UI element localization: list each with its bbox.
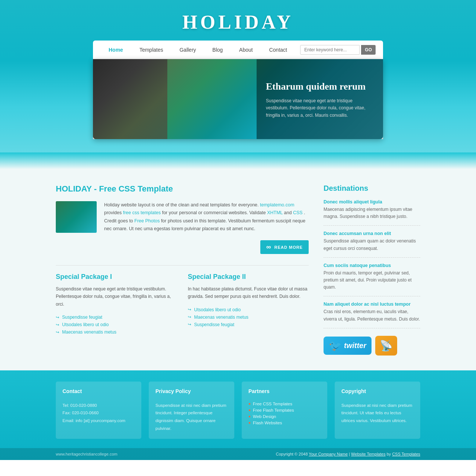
about-link-photos[interactable]: Free Photos (134, 218, 160, 223)
footer-copyright-pre: Copyright © 2048 (276, 452, 309, 456)
about-text-2: provides (104, 210, 123, 215)
twitter-label: twitter (344, 341, 366, 350)
nav-bar: Home Templates Gallery Blog About Contac… (93, 41, 383, 59)
dest-item-3: Cum sociis natoque penatibus Proin dui m… (324, 263, 420, 297)
partner-item-1: Free CSS Templates (248, 402, 321, 406)
nav-blog[interactable]: Blog (204, 42, 231, 58)
hero-banner: Etharum quidem rerum Suspendisse vitae n… (93, 59, 383, 139)
read-more-icon: ∞ (266, 243, 271, 251)
footer-col-partners: Partners Free CSS Templates Free Flash T… (242, 382, 327, 439)
package-2-list: Utsodales libero ut odio Maecenas venena… (188, 306, 309, 328)
social-icons: 🐦 twitter 📡 (324, 336, 420, 356)
read-more-container: ∞ READ MORE (56, 240, 309, 254)
dest-desc-4: Cras nisl eros, elementum eu, iaculis vi… (324, 308, 420, 322)
footer-partners-list: Free CSS Templates Free Flash Templates … (248, 402, 321, 425)
package-1-title: Special Package I (56, 273, 177, 281)
footer-contact-title: Contact (62, 388, 135, 396)
package-1-list: Suspendisse feugiat Utsodales libero ut … (56, 313, 177, 336)
dest-link-3[interactable]: Cum sociis natoque penatibus (324, 263, 420, 268)
partner-item-3: Web Design (248, 414, 321, 419)
package-2-text: In hac habitasse platea dictumst. Fusce … (188, 285, 309, 300)
partner-link-1[interactable]: Free CSS Templates (253, 402, 292, 406)
nav-contact[interactable]: Contact (261, 42, 295, 58)
search-area: GO (300, 45, 376, 55)
footer-section: Contact Tel: 010-020-0880 Fax: 020-010-0… (0, 370, 476, 460)
footer-css-link[interactable]: CSS Templates (392, 452, 420, 456)
nav-container: Home Templates Gallery Blog About Contac… (93, 41, 383, 139)
about-text-4: and (284, 210, 293, 215)
about-link-xhtml[interactable]: XHTML (267, 210, 283, 215)
packages-container: Special Package I Suspendisse vitae nequ… (56, 273, 309, 336)
nav-templates[interactable]: Templates (131, 42, 171, 58)
partner-item-4: Flash Websites (248, 421, 321, 425)
search-input[interactable] (300, 45, 360, 55)
pkg2-item-2: Maecenas venenatis metus (188, 313, 309, 321)
nav-gallery[interactable]: Gallery (171, 42, 204, 58)
rss-badge[interactable]: 📡 (375, 336, 397, 356)
footer-bottom: www.heritagechristiancollege.com Copyrig… (0, 448, 476, 460)
top-section: HOLIDAY Home Templates Gallery Blog Abou… (0, 0, 476, 152)
rss-icon: 📡 (380, 340, 393, 352)
dest-item-2: Donec accumsan urna non elit Suspendisse… (324, 231, 420, 257)
partner-item-2: Free Flash Templates (248, 408, 321, 412)
about-text-1: Holiday website layout is one of the cle… (104, 202, 259, 208)
hero-overlay: Etharum quidem rerum Suspendisse vitae n… (257, 59, 383, 139)
footer-col-contact: Contact Tel: 010-020-0880 Fax: 020-010-0… (56, 382, 141, 439)
footer-bottom-right: Copyright © 2048 Your Company Name | Web… (276, 452, 420, 456)
read-more-button[interactable]: ∞ READ MORE (260, 240, 309, 254)
nav-about[interactable]: About (231, 42, 261, 58)
footer-copyright-text: Suspendisse at nisi nec diam pretium tin… (341, 402, 414, 425)
package-1: Special Package I Suspendisse vitae nequ… (56, 273, 177, 336)
about-link-freecss[interactable]: free css templates (123, 210, 161, 215)
about-link-css[interactable]: CSS (293, 210, 303, 215)
main-content: HOLIDAY - Free CSS Template Holiday webs… (56, 184, 309, 356)
package-2-title: Special Package II (188, 273, 309, 281)
footer-templates-link[interactable]: Website Templates (351, 452, 386, 456)
about-block: Holiday website layout is one of the cle… (56, 201, 309, 233)
hero-title: Etharum quidem rerum (266, 81, 374, 92)
footer-col-privacy: Privacy Policy Suspendisse at nisi nec d… (149, 382, 234, 439)
footer-privacy-text: Suspendisse at nisi nec diam pretium tin… (155, 402, 228, 432)
site-title: HOLIDAY (0, 7, 476, 41)
nav-links: Home Templates Gallery Blog About Contac… (100, 42, 300, 58)
twitter-bird-icon: 🐦 (329, 340, 342, 352)
partner-link-2[interactable]: Free Flash Templates (253, 408, 294, 412)
footer-company-link[interactable]: Your Company Name (309, 452, 348, 456)
hero-text: Suspendisse vitae neque eget ante tristi… (266, 97, 374, 119)
divider-1 (56, 265, 309, 266)
pkg1-item-1: Suspendisse feugiat (56, 313, 177, 321)
read-more-label: READ MORE (274, 245, 303, 250)
dest-link-1[interactable]: Donec mollis aliquet ligula (324, 199, 420, 205)
color-band (0, 152, 476, 169)
partner-link-3[interactable]: Web Design (253, 414, 276, 419)
footer-col-copyright: Copyright Suspendisse at nisi nec diam p… (335, 382, 420, 439)
footer-contact-address: Tel: 010-020-0880 Fax: 020-010-0660 Emai… (62, 402, 135, 425)
main-section-title: HOLIDAY - Free CSS Template (56, 184, 309, 194)
sidebar: Destinations Donec mollis aliquet ligula… (324, 184, 420, 356)
footer-by: by (387, 452, 392, 456)
about-text-3: for your personal or commercial websites… (162, 210, 267, 215)
footer-bottom-left: www.heritagechristiancollege.com (56, 452, 118, 456)
dest-item-1: Donec mollis aliquet ligula Maecenas adi… (324, 199, 420, 226)
pkg1-item-2: Utsodales libero ut odio (56, 321, 177, 328)
dest-link-2[interactable]: Donec accumsan urna non elit (324, 231, 420, 236)
content-inner: HOLIDAY - Free CSS Template Holiday webs… (56, 184, 420, 356)
partner-link-4[interactable]: Flash Websites (253, 421, 282, 425)
sidebar-title: Destinations (324, 184, 420, 193)
pkg1-item-3: Maecenas venenatis metus (56, 328, 177, 336)
nav-home[interactable]: Home (100, 42, 131, 58)
about-image (56, 201, 97, 233)
twitter-badge[interactable]: 🐦 twitter (324, 337, 372, 355)
footer-bottom-inner: www.heritagechristiancollege.com Copyrig… (56, 452, 420, 456)
package-2: Special Package II In hac habitasse plat… (188, 273, 309, 336)
dest-desc-2: Suspendisse aliquam quam ac dolor venena… (324, 238, 420, 252)
dest-desc-3: Proin dui mauris, tempor eget, pulvinar … (324, 270, 420, 291)
pkg2-item-1: Utsodales libero ut odio (188, 306, 309, 313)
about-link-templatemo[interactable]: templatemo.com (260, 202, 294, 208)
pkg2-item-3: Suspendisse feugiat (188, 321, 309, 328)
dest-link-4[interactable]: Nam aliquet dolor ac nisl luctus tempor (324, 302, 420, 307)
footer-copyright-title: Copyright (341, 388, 414, 396)
dest-item-4: Nam aliquet dolor ac nisl luctus tempor … (324, 302, 420, 328)
search-button[interactable]: GO (361, 45, 376, 55)
package-1-text: Suspendisse vitae neque eget ante tristi… (56, 285, 177, 308)
